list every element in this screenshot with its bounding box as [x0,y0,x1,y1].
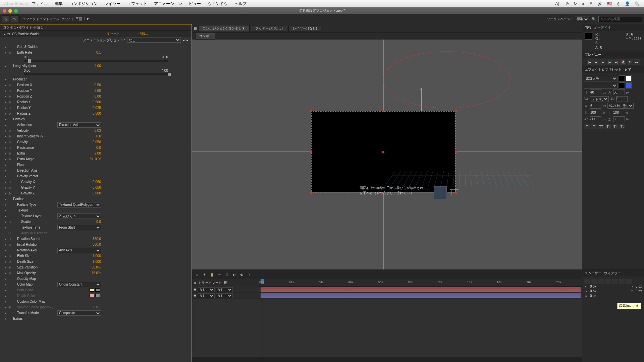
menu-file[interactable]: ファイル [29,1,51,7]
prop-physics[interactable]: ▸Physics [0,116,192,122]
prop-particle-type[interactable]: ▸Particle TypeTextured QuadPolygon [0,202,192,207]
bold-button[interactable]: T [584,124,590,129]
italic-button[interactable]: T [591,124,597,129]
prev-frame-icon[interactable]: ◂| [593,59,599,65]
effect-name-row[interactable]: ▸ fx CC Particle World リセット 情報... [0,31,192,37]
app-name[interactable]: After Effects [4,1,28,6]
kerning[interactable]: メトリク... [590,96,609,102]
prop-extras[interactable]: ▸Extras [0,316,192,321]
current-time-indicator[interactable] [262,279,262,362]
prop-animation[interactable]: ▸AnimationDirection Axis [0,122,192,128]
prop-radius-y[interactable]: ▸⊙Radius Y0.025 [0,105,192,111]
prop-extra-angle[interactable]: ▸⊙Extra Angle2x+0.0° [0,156,192,162]
smoother-tab[interactable]: スムーザー [585,271,601,276]
align-center-button[interactable] [591,279,597,284]
timeline-ruler[interactable]: 00s02s04s06s08s10s12s14s16s18s20s [259,279,582,287]
comp-tab[interactable]: コンポジション: コンポ 1 ▼ [198,25,250,32]
ram-preview-icon[interactable]: ▸▸ [634,59,640,65]
first-indent[interactable]: 0 px [590,289,596,293]
tl-snap-icon[interactable]: ⊡ [224,272,230,278]
tracking[interactable] [616,96,628,102]
font-style-select[interactable]: - [584,83,618,88]
handle-mr[interactable] [455,151,457,153]
menu-window[interactable]: ウィンドウ [205,1,230,7]
prop-death-size[interactable]: ▸⊙Death Size1.000 [0,259,192,264]
minimize-button[interactable] [8,9,12,13]
prop-color-map[interactable]: ▸Color MapOrigin Constant [0,282,192,287]
tl-brain-icon[interactable]: ☯ [238,272,245,278]
handle-mc[interactable] [382,151,384,153]
tl-fx-icon[interactable]: fx [246,272,252,278]
wiggler-tab[interactable]: ウィグラー [604,271,621,276]
menu-composition[interactable]: コンポジション [67,1,100,7]
prop-texture-time[interactable]: ▸Texture TimeFrom Start [0,225,192,230]
tl-graph-icon[interactable]: 〰 [216,272,222,278]
tl-lock-icon[interactable]: 🔒 [209,272,215,278]
handle-br[interactable] [455,192,457,194]
layer-bar-1[interactable] [261,287,581,292]
prop-gravity-x[interactable]: ▸⊙Gravity X-0.060 [0,179,192,185]
handle-ml[interactable] [310,151,312,153]
layer-tab[interactable]: レイヤー: (なし) [288,25,321,32]
prop-transfer-mode[interactable]: ▸Transfer ModeComposite [0,310,192,316]
menu-effect[interactable]: エフェクト [124,1,150,7]
help-search[interactable] [598,16,642,22]
prop-direction-axis[interactable]: ▸Direction Axis [0,168,192,173]
layer-mode-1[interactable]: なし [198,287,215,292]
smallcaps-button[interactable]: Tt [605,124,611,129]
preview-tab[interactable]: プレビュー [585,52,601,57]
panel-icon[interactable]: ▦ [194,26,197,30]
prop-texture-layer[interactable]: ▸Texture Layer2. 花びら.ai [0,213,192,219]
prop-birth-size[interactable]: ▸⊙Birth Size1.000 [0,253,192,259]
prop-position-y[interactable]: ▸⊙Position Y-0.50 [0,88,192,94]
menu-animation[interactable]: アニメーション [151,1,185,7]
justify-right-button[interactable] [619,279,625,284]
info-link[interactable]: 情報... [139,32,148,36]
layer-bar-2[interactable] [261,293,581,298]
prop-radius-x[interactable]: ▸⊙Radius X0.500 [0,99,192,105]
handle-tr[interactable] [455,110,457,112]
close-button[interactable] [3,9,6,13]
tl-blur-icon[interactable]: ◐ [231,272,237,278]
character-tab[interactable]: 文字 [624,67,631,72]
sync-icon[interactable]: ↻ [572,1,579,6]
zoom-button[interactable] [14,9,18,13]
effect-controls-tab[interactable]: エフェクトコントロール: ホワイト 平面 1 ▼ [19,16,92,22]
handle-bl[interactable] [310,192,312,194]
audio-tab[interactable]: オーディオ [594,25,611,30]
prop-custom-color-map[interactable]: ▸Custom Color Map [0,299,192,304]
space-after[interactable]: 0 px [636,289,642,293]
prop-extra[interactable]: ▸⊙Extra2.00 [0,150,192,156]
stroke-color[interactable] [626,75,632,81]
handle-tc[interactable] [382,110,384,112]
arrow-icon[interactable]: ↖ [11,15,18,23]
prop-max-opacity[interactable]: ▸⊙Max Opacity75.0% [0,270,192,276]
indent-right[interactable]: 0 px [636,285,642,288]
layer-row-2[interactable]: ◉なしなし [192,293,582,299]
stroke-width[interactable] [590,103,601,109]
wifi-icon[interactable]: ⊚ [564,1,571,6]
prop-gravity[interactable]: ▸⊙Gravity0.050 [0,139,192,145]
fill-color[interactable] [619,75,625,81]
prop-initial-rotation[interactable]: ▸⊙Initial Rotation360.0 [0,242,192,247]
prop-rotation-speed[interactable]: ▸⊙Rotation Speed180.0 [0,236,192,242]
justify-all-button[interactable] [626,279,632,284]
prop-birth-rate[interactable]: ▸⊙Birth Rate0.1 [0,50,192,55]
prop-gravity-vector[interactable]: ▾Gravity Vector [0,173,192,179]
layer-row-1[interactable]: ◉なしなし [192,287,582,293]
menu-layer[interactable]: レイヤー [102,1,123,7]
mute-icon[interactable]: 🔇 [620,59,626,65]
prop-birth-color[interactable]: ▸Birth Color [0,287,192,293]
tsume[interactable] [613,116,625,122]
allcaps-button[interactable]: TT [598,124,604,129]
stroke-color-2[interactable] [626,82,632,88]
disclosure-icon[interactable]: ▸ [4,32,5,36]
fill-color-2[interactable] [619,82,625,88]
stroke-pos[interactable]: 線の上に塗り [607,103,634,109]
justify-left-button[interactable] [605,279,611,284]
font-select[interactable]: S2Gメモ [584,76,618,81]
tl-shy-icon[interactable]: 👁 [202,272,208,278]
home-icon[interactable]: ⌂ [2,15,9,23]
prop-death-color[interactable]: ▸Death Color [0,293,192,299]
fx-presets-tab[interactable]: エフェクト＆プリセット [585,67,622,72]
